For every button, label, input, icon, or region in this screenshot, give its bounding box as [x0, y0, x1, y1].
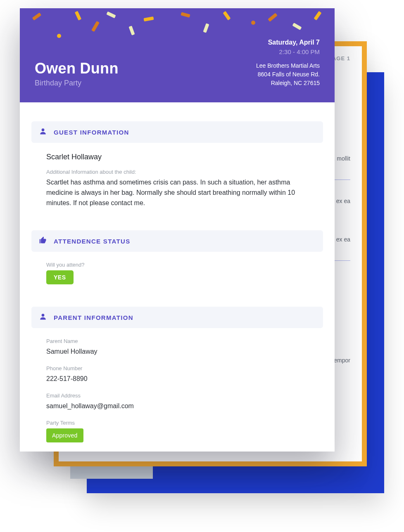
attendance-content: Will you attend? YES — [31, 262, 323, 307]
field-value: Scartlet has asthma and sometimes crisis… — [46, 177, 308, 208]
field-label: Phone Number — [46, 365, 308, 371]
stage: AGE 1 empor ostrud e irure ariatur. moll… — [0, 0, 404, 532]
event-address-line1: 8604 Falls of Neuse Rd. — [256, 70, 320, 79]
confetti-icon — [181, 12, 190, 17]
field-label: Additional Information about the child: — [46, 169, 308, 175]
parent-content: Parent Name Samuel Hollaway Phone Number… — [31, 338, 323, 452]
field-label: Will you attend? — [46, 262, 308, 268]
confetti-icon — [268, 13, 278, 22]
section-header-guest: GUEST INFORMATION — [31, 121, 323, 143]
event-block: Saturday, April 7 2:30 - 4:00 PM Lee Bro… — [256, 38, 320, 88]
confetti-icon — [292, 23, 302, 30]
field-value: 222-517-8890 — [46, 374, 308, 384]
section-header-parent: PARENT INFORMATION — [31, 307, 323, 328]
field-parent-name: Parent Name Samuel Hollaway — [46, 338, 308, 357]
background-doc-gray-strip — [70, 466, 153, 479]
person-icon — [39, 127, 47, 137]
field-label: Party Terms — [46, 420, 308, 426]
field-label: Parent Name — [46, 338, 308, 344]
document-header: Owen Dunn Birthday Party Saturday, April… — [20, 8, 335, 102]
field-email: Email Address samuel_hollaway@gmail.com — [46, 392, 308, 411]
field-value: Samuel Hollaway — [46, 347, 308, 357]
confetti-icon — [251, 21, 255, 25]
party-terms-badge: Approved — [46, 428, 83, 442]
confetti-icon — [32, 12, 42, 20]
confetti-icon — [203, 23, 209, 33]
attend-status-badge: YES — [46, 270, 74, 284]
thumbs-up-icon — [39, 236, 47, 246]
confetti-icon — [106, 12, 116, 19]
confetti-icon — [91, 21, 100, 32]
title-block: Owen Dunn Birthday Party — [35, 60, 119, 87]
section-title: ATTENDENCE STATUS — [54, 238, 130, 245]
guest-content: Scarlet Hollaway Additional Information … — [31, 153, 323, 230]
section-title: PARENT INFORMATION — [54, 314, 133, 321]
event-date: Saturday, April 7 — [256, 38, 320, 47]
confetti-icon — [314, 11, 321, 21]
section-title: GUEST INFORMATION — [54, 129, 129, 136]
field-party-terms: Party Terms Approved — [46, 420, 308, 442]
svg-point-1 — [42, 314, 45, 317]
guest-name: Scarlet Hollaway — [46, 153, 308, 161]
section-header-attendance: ATTENDENCE STATUS — [31, 230, 323, 252]
confetti-icon — [128, 26, 135, 35]
svg-point-0 — [42, 128, 45, 131]
confetti-icon — [75, 11, 82, 20]
field-value: samuel_hollaway@gmail.com — [46, 401, 308, 411]
confetti-icon — [223, 11, 231, 21]
field-label: Email Address — [46, 392, 308, 399]
event-time: 2:30 - 4:00 PM — [256, 47, 320, 57]
confetti-icon — [143, 17, 154, 21]
field-additional-info: Additional Information about the child: … — [46, 169, 308, 208]
field-attend: Will you attend? YES — [46, 262, 308, 284]
page-title: Owen Dunn — [35, 60, 119, 77]
person-icon — [39, 312, 47, 322]
event-venue: Lee Brothers Martial Arts — [256, 61, 320, 70]
field-phone: Phone Number 222-517-8890 — [46, 365, 308, 384]
event-address-line2: Raleigh, NC 27615 — [256, 79, 320, 87]
document-body: GUEST INFORMATION Scarlet Hollaway Addit… — [20, 102, 335, 452]
page-subtitle: Birthday Party — [35, 79, 119, 87]
main-document: Owen Dunn Birthday Party Saturday, April… — [20, 8, 335, 452]
